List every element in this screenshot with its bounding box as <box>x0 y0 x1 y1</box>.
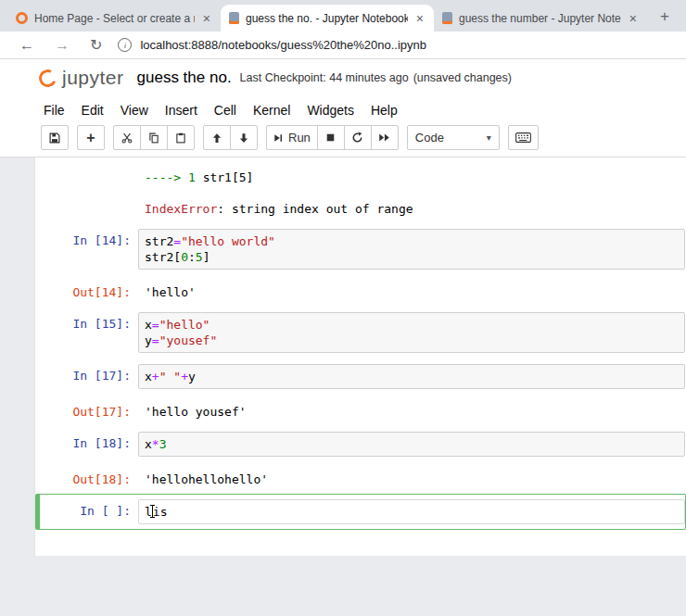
tab-close-icon[interactable]: × <box>414 11 426 26</box>
cell-input[interactable]: x+" "+y <box>138 364 685 389</box>
notebook-cell[interactable]: In [17]:x+" "+y <box>35 358 686 395</box>
cell-prompt: In [15]: <box>40 312 138 353</box>
notebook-cell[interactable]: In [ ]:lis <box>35 494 686 530</box>
cell-prompt: In [17]: <box>40 364 138 389</box>
move-cells-down-button[interactable] <box>230 125 258 150</box>
arrow-up-icon <box>211 132 222 144</box>
browser-tab[interactable]: guess the number - Jupyter Note× <box>434 5 647 31</box>
notebook-cell[interactable]: Out[17]:'hello yousef' <box>35 395 686 426</box>
cell-output: 'hellohellohello' <box>138 468 685 488</box>
cell-input[interactable]: x*3 <box>138 432 685 457</box>
cell-type-value: Code <box>415 131 444 145</box>
cell-input[interactable]: str2="hello world" str2[0:5] <box>138 229 685 270</box>
plus-icon: + <box>86 131 95 145</box>
run-button[interactable]: Run <box>266 125 318 150</box>
cell-prompt: In [ ]: <box>40 499 138 524</box>
browser-toolbar: ← → ↻ i localhost:8888/notebooks/guess%2… <box>0 31 686 59</box>
cell-output: 'hello' <box>138 281 685 301</box>
cell-output: ----> 1 str1[5] IndexError: string index… <box>138 166 685 218</box>
notebook-cell[interactable]: Out[14]:'hello' <box>35 275 686 307</box>
browser-tab[interactable]: Home Page - Select or create a n× <box>7 5 221 31</box>
jupyter-page: jupyter guess the no. Last Checkpoint: 4… <box>0 59 686 616</box>
forward-button[interactable]: → <box>44 37 80 54</box>
menu-item-cell[interactable]: Cell <box>206 99 245 121</box>
run-button-label: Run <box>288 131 311 145</box>
copy-cells-button[interactable] <box>140 125 168 150</box>
notebook-cell[interactable]: In [15]:x="hello" y="yousef" <box>35 307 686 358</box>
new-tab-button[interactable]: + <box>653 5 677 29</box>
tab-title: guess the no. - Jupyter Notebook <box>246 12 408 25</box>
command-palette-button[interactable] <box>508 125 539 150</box>
menu-item-insert[interactable]: Insert <box>157 99 206 121</box>
menu-item-edit[interactable]: Edit <box>73 99 112 121</box>
cell-prompt: In [14]: <box>40 229 138 270</box>
back-button[interactable]: ← <box>9 37 44 54</box>
tab-close-icon[interactable]: × <box>201 11 212 26</box>
address-bar[interactable]: i localhost:8888/notebooks/guess%20the%2… <box>112 33 677 57</box>
scissors-cut-icon <box>121 132 133 144</box>
step-forward-run-icon <box>273 132 283 144</box>
tab-title: Home Page - Select or create a n <box>34 12 195 25</box>
text-cursor <box>152 505 153 518</box>
interrupt-kernel-button[interactable] <box>317 125 345 150</box>
notebook: ----> 1 str1[5] IndexError: string index… <box>34 157 686 556</box>
move-cells-up-button[interactable] <box>203 125 231 150</box>
menu-item-widgets[interactable]: Widgets <box>299 99 362 121</box>
floppy-save-icon <box>49 132 60 144</box>
menu-item-kernel[interactable]: Kernel <box>245 99 299 121</box>
checkpoint-status: Last Checkpoint: 44 minutes ago <box>240 71 409 84</box>
jupyter-notebook-favicon-icon <box>442 12 452 24</box>
restart-run-all-button[interactable] <box>371 125 399 150</box>
notebook-toolbar: + <box>0 123 686 157</box>
tab-strip: Home Page - Select or create a n×guess t… <box>0 0 686 31</box>
notebook-cell[interactable]: ----> 1 str1[5] IndexError: string index… <box>35 160 686 223</box>
cell-input[interactable]: lis <box>138 499 685 524</box>
keyboard-icon <box>515 132 531 143</box>
menu-item-help[interactable]: Help <box>362 99 406 121</box>
url-text: localhost:8888/notebooks/guess%20the%20n… <box>140 38 426 52</box>
menu-bar: FileEditViewInsertCellKernelWidgetsHelp <box>0 96 686 123</box>
browser-tab[interactable]: guess the no. - Jupyter Notebook× <box>221 5 434 31</box>
cell-prompt <box>40 166 138 218</box>
clipboard-paste-icon <box>175 132 186 144</box>
tab-close-icon[interactable]: × <box>628 11 639 26</box>
page-info-icon[interactable]: i <box>118 38 132 52</box>
reload-button[interactable]: ↻ <box>80 36 112 54</box>
notebook-header: jupyter guess the no. Last Checkpoint: 4… <box>0 59 686 96</box>
cell-prompt: Out[17]: <box>40 400 138 421</box>
jupyter-home-favicon-icon <box>16 12 28 24</box>
stop-icon <box>325 132 336 143</box>
arrow-down-icon <box>238 132 249 144</box>
save-button[interactable] <box>41 125 69 150</box>
menu-item-file[interactable]: File <box>35 99 73 121</box>
paste-cells-button[interactable] <box>167 125 195 150</box>
cell-prompt: In [18]: <box>40 432 138 457</box>
notebook-cell[interactable]: In [18]:x*3 <box>35 426 686 462</box>
notebook-cell[interactable]: In [14]:str2="hello world" str2[0:5] <box>35 223 686 275</box>
notebook-cell[interactable]: Out[18]:'hellohellohello' <box>35 462 686 494</box>
notebook-title[interactable]: guess the no. <box>137 69 232 87</box>
cell-type-select[interactable]: Code ▾ <box>407 125 500 150</box>
chevron-down-icon: ▾ <box>487 132 491 143</box>
cut-cells-button[interactable] <box>113 125 141 150</box>
insert-cell-below-button[interactable]: + <box>77 125 105 150</box>
cell-prompt: Out[18]: <box>40 468 138 488</box>
restart-kernel-button[interactable] <box>344 125 372 150</box>
cell-prompt: Out[14]: <box>40 281 138 301</box>
jupyter-logo-icon <box>36 67 58 89</box>
jupyter-logo[interactable]: jupyter <box>39 67 124 89</box>
restart-refresh-icon <box>351 132 363 144</box>
cell-input[interactable]: x="hello" y="yousef" <box>138 312 685 353</box>
browser-window: Home Page - Select or create a n×guess t… <box>0 0 686 616</box>
jupyter-notebook-favicon-icon <box>229 12 239 24</box>
unsaved-changes-badge: (unsaved changes) <box>413 71 512 84</box>
copy-icon <box>148 132 159 144</box>
tab-title: guess the number - Jupyter Note <box>459 12 621 25</box>
menu-item-view[interactable]: View <box>112 99 157 121</box>
cell-output: 'hello yousef' <box>138 400 685 421</box>
notebook-scroll-area[interactable]: ----> 1 str1[5] IndexError: string index… <box>0 157 686 616</box>
jupyter-logo-text: jupyter <box>62 67 124 89</box>
fast-forward-icon <box>378 132 390 144</box>
